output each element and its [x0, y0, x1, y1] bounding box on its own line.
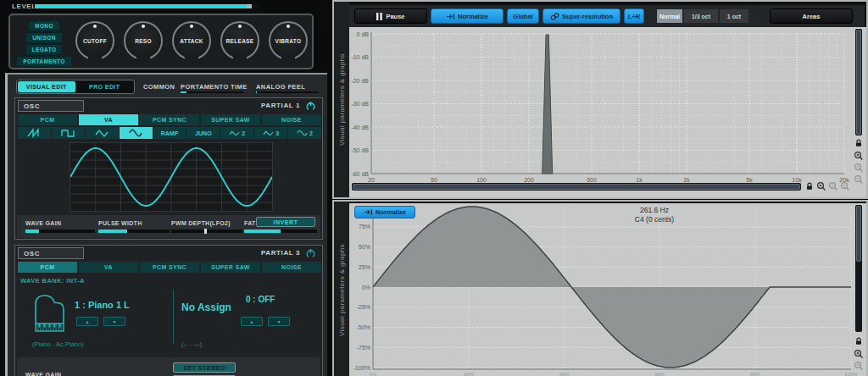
analog-feel-fill [256, 91, 257, 93]
wave-name-value[interactable]: 1 : Piano 1 L [75, 300, 130, 310]
sine-wave-icon [129, 128, 142, 138]
tab-pcm-sync[interactable]: PCM SYNC [140, 262, 199, 273]
assign-number-value[interactable]: 0 : OFF [246, 295, 275, 304]
zoom-in-icon[interactable] [816, 181, 826, 191]
portamento-button[interactable]: PORTAMENTO [16, 56, 72, 67]
osc3-engine-tabs: PCM VA PCM SYNC SUPER SAW NOISE [18, 262, 321, 273]
triangle2-wave-button[interactable]: 2 [220, 127, 253, 139]
lock-icon[interactable] [854, 139, 863, 147]
release-knob[interactable]: RELEASE [220, 21, 259, 60]
tab-pcm[interactable]: PCM [18, 114, 77, 125]
osc-tab[interactable]: OSC [18, 100, 84, 112]
zoom-out-icon[interactable] [854, 361, 864, 371]
wave-category-label: (Piano - Ac.Piano) [32, 340, 83, 348]
analog-feel-slider[interactable] [256, 91, 319, 93]
tab-pro-edit[interactable]: PRO EDIT [76, 81, 134, 92]
knob-panel: MONO UNISON LEGATO PORTAMENTO CUTOFF RES… [8, 14, 314, 69]
triangle3-wave-button[interactable]: 3 [254, 127, 287, 139]
wave-down-button[interactable]: ▼ [103, 317, 125, 326]
unison-button[interactable]: UNISON [25, 32, 63, 43]
editor-window: VISUAL EDIT PRO EDIT COMMON PORTAMENTO T… [5, 73, 327, 376]
wave-up-button[interactable]: ▲ [76, 317, 98, 326]
tab-pcm-sync[interactable]: PCM SYNC [140, 114, 199, 125]
areas-button[interactable]: Areas [770, 8, 853, 24]
zoom-in-icon[interactable] [854, 349, 864, 359]
legato-button[interactable]: LEGATO [25, 44, 64, 55]
scrollbar-thumb[interactable] [856, 30, 861, 135]
tab-visual-edit[interactable]: VISUAL EDIT [18, 81, 75, 92]
mode-third-octave-button[interactable]: 1/3 oct [683, 8, 719, 24]
ramp-wave-button[interactable]: RAMP [153, 127, 186, 139]
oscilloscope-window-titlebar[interactable]: Visual parameters & graphs [334, 202, 349, 376]
wave-gain-slider[interactable] [25, 229, 95, 233]
slider-center-notch[interactable] [204, 229, 207, 234]
zoom-in-icon[interactable] [854, 151, 864, 161]
attack-knob[interactable]: ATTACK [172, 21, 211, 60]
vibrato-knob[interactable]: VIBRATO [269, 21, 308, 60]
knob-label: CUTOFF [77, 23, 113, 58]
cutoff-knob[interactable]: CUTOFF [75, 21, 114, 60]
square-wave-button[interactable] [52, 127, 85, 139]
sine2-wave-button[interactable]: 2 [288, 127, 321, 139]
saw-wave-button[interactable] [18, 127, 51, 139]
analyzer-graph[interactable]: 20501002005001k2k5k10k20k0 dB-10 dB-20 d… [349, 27, 866, 197]
pwm-depth-slider[interactable] [171, 229, 242, 233]
wave-count-label: 3 [275, 130, 279, 136]
scope-vertical-scrollbar[interactable] [855, 205, 862, 332]
square-wave-icon [61, 128, 75, 138]
triangle-wave-button[interactable] [86, 127, 119, 139]
tab-super-saw[interactable]: SUPER SAW [201, 114, 260, 125]
svg-text:1k: 1k [636, 177, 643, 183]
zoom-out-icon[interactable] [828, 181, 838, 191]
fat-slider[interactable] [244, 229, 317, 233]
lock-icon[interactable] [805, 182, 814, 191]
pause-button[interactable]: Pause [354, 8, 427, 24]
zoom-out-icon[interactable] [840, 181, 850, 191]
zoom-out-icon[interactable] [854, 174, 864, 185]
svg-text:-30 dB: -30 dB [351, 101, 369, 107]
mode-octave-button[interactable]: 1 oct [719, 8, 749, 24]
assign-down-button[interactable]: ▼ [268, 317, 290, 326]
tab-va[interactable]: VA [79, 114, 138, 125]
tab-noise[interactable]: NOISE [262, 262, 321, 273]
tab-super-saw[interactable]: SUPER SAW [201, 262, 260, 273]
portamento-time-slider[interactable] [181, 91, 243, 93]
analyzer-window-titlebar[interactable]: Visual parameters & graphs [334, 2, 349, 197]
tab-noise[interactable]: NOISE [262, 114, 321, 125]
normalize-button[interactable]: Normalize [431, 8, 504, 24]
assign-up-button[interactable]: ▲ [241, 317, 263, 326]
tab-va[interactable]: VA [79, 262, 138, 273]
oscilloscope-graph[interactable]: 0%20%40%60%80%100%75%50%25%0%-25%-50%-75… [349, 203, 866, 376]
level-handle[interactable] [247, 4, 252, 8]
analyzer-vertical-scrollbar[interactable] [855, 29, 862, 135]
svg-text:80%: 80% [750, 372, 761, 376]
zoom-out-icon[interactable] [854, 163, 864, 173]
tab-pcm-selected[interactable]: PCM [18, 262, 77, 273]
scope-normalize-button[interactable]: Normalize [354, 206, 415, 218]
lr-channels-button[interactable]: L+R [624, 8, 644, 24]
set-stereo-button[interactable]: SET STEREO [173, 362, 236, 373]
pulse-width-slider[interactable] [98, 229, 170, 233]
analyzer-horizontal-scrollbar[interactable] [352, 183, 801, 191]
partial3-power-button[interactable] [305, 247, 316, 258]
global-button[interactable]: Global [507, 8, 539, 24]
mono-button[interactable]: MONO [28, 20, 60, 31]
scrollbar-thumb[interactable] [856, 206, 861, 262]
knob-label: ATTACK [174, 23, 209, 58]
portamento-time-fill [181, 91, 186, 93]
assign-name-value[interactable]: No Assign [181, 301, 231, 313]
up-arrow-icon: ▲ [86, 319, 90, 324]
lock-icon[interactable] [854, 337, 863, 346]
svg-text:-25%: -25% [357, 304, 370, 310]
reso-knob[interactable]: RESO [124, 21, 163, 60]
level-slider[interactable] [34, 3, 261, 9]
osc1-engine-tabs: PCM VA PCM SYNC SUPER SAW NOISE [18, 114, 321, 125]
osc3-wave-gain-label: WAVE GAIN [25, 372, 61, 376]
partial1-power-button[interactable] [305, 100, 316, 111]
juno-wave-button[interactable]: JUNO [186, 127, 220, 139]
mode-normal-button[interactable]: Normal [656, 8, 683, 24]
scrollbar-thumb[interactable] [353, 184, 800, 190]
osc-tab[interactable]: OSC [18, 247, 84, 259]
super-resolution-button[interactable]: Super-resolution [542, 8, 620, 24]
sine-wave-button-selected[interactable] [120, 127, 153, 139]
